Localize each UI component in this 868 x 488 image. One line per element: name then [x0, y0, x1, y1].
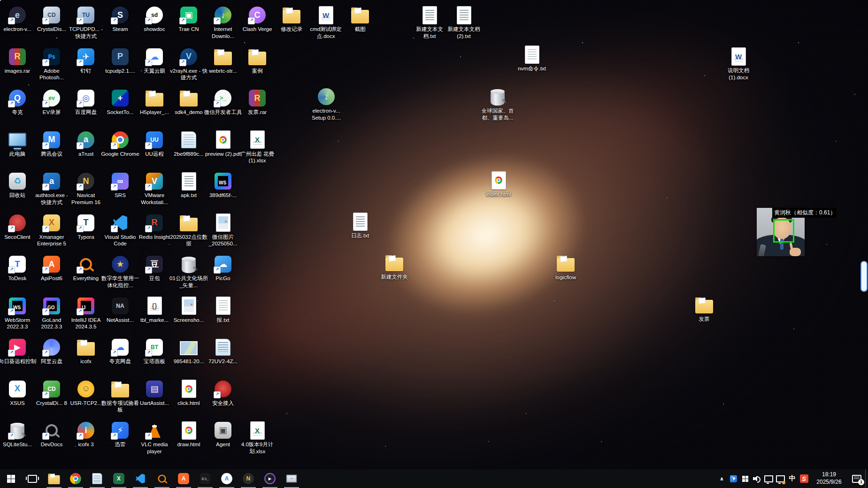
desktop-icon[interactable]: {}tbl_marke... [135, 297, 174, 324]
taskbar-vscode-button[interactable] [130, 469, 151, 488]
desktop-icon[interactable]: CD↗CrystalDi... 8 [32, 380, 71, 407]
task-view-button[interactable] [22, 469, 43, 488]
taskbar-app-store-button[interactable]: A [216, 469, 238, 488]
desktop-icon[interactable]: W说明文档(1).docx [719, 47, 758, 81]
desktop-icon[interactable]: CD↗CrystalDis... [32, 6, 71, 33]
tray-network-icon[interactable] [763, 469, 775, 488]
ime-language-indicator[interactable]: 中 [786, 469, 798, 488]
desktop-icon[interactable]: WS389df65f-... [203, 172, 243, 199]
desktop-icon[interactable]: T↗Typora [66, 214, 106, 241]
desktop-icon[interactable]: ↗Everything [66, 255, 106, 282]
desktop-icon[interactable]: a↗aTrust [66, 130, 106, 158]
desktop-icon[interactable]: i↗icofx 3 [66, 421, 106, 448]
desktop-icon[interactable]: ↗Google Chrome [100, 130, 140, 158]
tray-todesk-icon[interactable] [728, 469, 739, 488]
desktop-icon[interactable]: 2be9f889c... [169, 130, 208, 158]
desktop-icon[interactable]: Screensho... [169, 297, 208, 324]
desktop-icon[interactable]: logicflow [546, 254, 585, 281]
desktop-icon[interactable]: 日志.txt [340, 212, 380, 239]
desktop-icon[interactable]: M↗腾讯会议 [32, 130, 71, 158]
desktop-icon[interactable]: index.html [479, 171, 518, 198]
desktop-icon[interactable]: 微信图片_2025050... [203, 214, 243, 248]
desktop-icon[interactable]: C↗Clash Verge [238, 6, 277, 33]
desktop-icon[interactable]: 全球国家、首都、重要岛... [478, 87, 517, 122]
tray-volume-icon[interactable] [751, 469, 763, 488]
desktop-icon[interactable]: 发票 [684, 296, 724, 323]
desktop-icon[interactable]: ⚡↗迅雷 [100, 421, 140, 448]
desktop-icon[interactable]: ✈↗钉钉 [66, 47, 106, 75]
desktop-icon[interactable]: 72UV2-4Z... [203, 338, 243, 365]
action-center-button[interactable]: 1 [848, 469, 865, 488]
tray-chevron-icon[interactable]: ∧ [716, 469, 728, 488]
desktop-icon[interactable]: click.html [169, 380, 208, 407]
desktop-icon[interactable]: V↗v2rayN.exe - 快捷方式 [169, 47, 208, 82]
desktop-icon[interactable]: ▤UartAssist... [135, 380, 174, 407]
taskbar-chrome-button[interactable] [65, 469, 86, 488]
desktop-icon[interactable]: draw.html [169, 421, 208, 448]
desktop-icon[interactable]: IJ↗IntelliJ IDEA 2024.3.5 [66, 297, 106, 331]
desktop-icon[interactable]: ☁↗PicGo [203, 255, 243, 282]
desktop-icon[interactable]: 数据专项试验看板 [100, 380, 140, 414]
desktop-icon[interactable]: A↗ApiPost6 [32, 255, 71, 282]
taskbar-apipost-button[interactable]: A [173, 469, 194, 488]
desktop-icon[interactable]: BT↗宝塔面板 [135, 338, 174, 365]
desktop-icon[interactable]: nvm命令.txt [512, 45, 552, 72]
desktop-icon[interactable]: preview (2).pdf [203, 130, 243, 158]
desktop-icon[interactable]: ☺USR-TCP2... [66, 380, 106, 407]
desktop-icon[interactable]: a↗authtool.exe - 快捷方式 [32, 172, 71, 206]
desktop-icon[interactable]: sd↗showdoc [135, 6, 174, 33]
tray-cast-icon[interactable] [775, 469, 786, 488]
desktop-icon[interactable]: 新建文件夹 [375, 253, 414, 281]
desktop-icon[interactable]: +SocketTo... [100, 89, 140, 116]
edge-panel-handle[interactable] [860, 261, 868, 292]
desktop-icon[interactable]: UU↗UU远程 [135, 130, 174, 158]
desktop-icon[interactable]: ev↗EV录屏 [32, 89, 71, 116]
desktop-icon[interactable]: ↗Visual Studio Code [100, 214, 140, 248]
desktop-icon[interactable]: Ptcpudp2.1.... [100, 47, 140, 75]
desktop-icon[interactable]: S↗Steam [100, 6, 140, 33]
desktop-icon[interactable]: NANetAssist... [100, 297, 140, 324]
desktop-icon[interactable]: 新建文本文档.txt [410, 6, 449, 40]
desktop-icon[interactable]: R发票.rar [238, 89, 277, 116]
taskbar-excel-button[interactable]: X [108, 469, 130, 488]
desktop-icon[interactable]: N↗Navicat Premium 16 [66, 172, 106, 206]
desktop-icon[interactable]: icofx [66, 338, 106, 365]
desktop-icon[interactable]: 01公共文化场所_矢量... [169, 255, 208, 289]
desktop-icon[interactable]: ∞↗SRS [100, 172, 140, 199]
desktop-icon[interactable]: ▣↗Trae CN [169, 6, 208, 33]
desktop-icon[interactable]: ↓electron-v... Setup 0.0.... [307, 87, 346, 122]
taskbar-everything-button[interactable] [151, 469, 173, 488]
taskbar-media-player-button[interactable]: ▶ [259, 469, 281, 488]
desktop-icon[interactable]: X广州出差 花费(1).xlsx [238, 130, 277, 165]
desktop-icon[interactable]: ↗DevDocs [32, 421, 71, 448]
desktop-icon[interactable]: 豆↗豆包 [135, 255, 174, 282]
desktop-icon[interactable]: 985481-20... [169, 338, 208, 365]
desktop-icon[interactable]: TU↗TCPUDPD... - 快捷方式 [66, 6, 106, 40]
desktop-icon[interactable]: ▣Agent [203, 421, 243, 448]
desktop-icon[interactable]: V↗VMware Workstati... [135, 172, 174, 206]
desktop-icon[interactable]: webrtc-str... [203, 47, 243, 75]
desktop-icon[interactable]: >_↗微信开发者工具 [203, 89, 243, 116]
desktop-icon[interactable]: ☁↗天翼云眼 [135, 47, 174, 75]
desktop-icon[interactable]: ↗安全接入 [203, 380, 243, 407]
desktop-icon[interactable]: ★数字孪生警用一体化指控... [100, 255, 140, 289]
taskbar-clock[interactable]: 18:19 2025/9/26 [810, 471, 848, 486]
desktop-icon[interactable]: 案例 [238, 47, 277, 75]
desktop-icon[interactable]: X4.0版本9月计划.xlsx [238, 421, 277, 455]
desktop-icon[interactable]: ☁↗夸克网盘 [100, 338, 140, 365]
desktop-icon[interactable]: ↗阿里云盘 [32, 338, 71, 365]
desktop-icon[interactable]: 2025032点位数据 [169, 214, 208, 248]
taskbar-system-monitor-button[interactable]: ~ [281, 469, 302, 488]
taskbar-navicat-button[interactable]: N [238, 469, 259, 488]
tray-sogou-icon[interactable]: S [798, 469, 810, 488]
taskbar-file-explorer-button[interactable] [43, 469, 65, 488]
start-button[interactable] [0, 469, 22, 488]
desktop-icon[interactable]: ↓↗Internet Downlo... [203, 6, 243, 40]
desktop-icon[interactable]: 新建文本文档 (2).txt [444, 6, 484, 40]
tray-windows-security-icon[interactable] [739, 469, 751, 488]
show-desktop-button[interactable] [865, 469, 868, 488]
desktop-icon[interactable]: Ps↗Adobe Photosh... [32, 47, 71, 82]
desktop-icon[interactable]: GO↗GoLand 2022.3.3 [32, 297, 71, 331]
desktop-icon[interactable]: Wcmd测试绑定点.docx [306, 6, 346, 40]
desktop-icon[interactable]: 报.txt [203, 297, 243, 324]
